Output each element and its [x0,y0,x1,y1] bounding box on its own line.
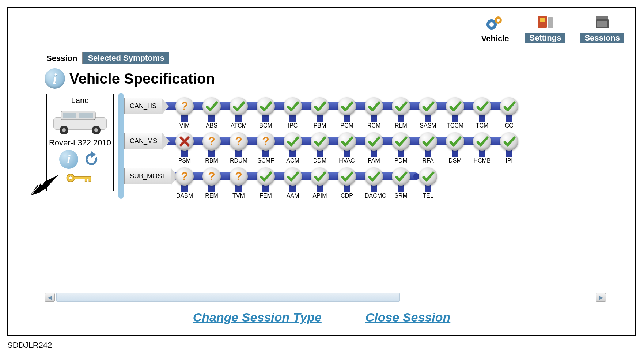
status-q-icon: ? [202,167,221,186]
module-label: RFA [419,157,437,164]
module-node-SRM[interactable]: SRM [392,167,410,199]
module-label: PBM [311,122,329,129]
status-q-icon: ? [175,97,194,115]
svg-text:?: ? [208,170,215,183]
module-label: RLM [392,122,410,129]
toolbar-vehicle[interactable]: Vehicle [480,13,511,43]
toolbar-label: Sessions [580,33,624,43]
status-ok-icon [311,132,329,151]
svg-rect-5 [540,18,545,22]
status-ok-icon [446,132,464,151]
module-node-IPI[interactable]: IPI [500,132,518,164]
svg-rect-6 [548,17,553,28]
horizontal-scrollbar[interactable]: ◀ ▶ [45,292,606,303]
module-node-RBM[interactable]: ?RBM [202,132,221,164]
module-node-IPC[interactable]: IPC [284,97,302,129]
module-label: CDP [338,193,356,199]
scroll-track[interactable] [56,293,400,302]
status-q-icon: ? [257,132,275,151]
module-node-PBM[interactable]: PBM [311,97,329,129]
svg-rect-9 [596,16,608,19]
change-session-link[interactable]: Change Session Type [193,310,322,324]
module-node-AAM[interactable]: AAM [284,167,302,199]
toolbar-settings[interactable]: Settings [525,12,566,43]
module-node-ATCM[interactable]: ATCM [230,97,248,129]
status-ok-icon [473,132,491,151]
status-q-icon: ? [230,132,248,151]
bus-row-CAN_HS: CAN_HS?VIMABSATCMBCMIPCPBMPCMRCMRLMSASMT… [124,95,628,130]
tab-selected-symptoms[interactable]: Selected Symptoms [83,52,169,64]
module-node-RLM[interactable]: RLM [392,97,410,129]
module-node-BCM[interactable]: BCM [257,97,275,129]
bus-label[interactable]: CAN_HS [124,98,162,114]
bus-root-bar [118,93,124,199]
module-node-RFA[interactable]: RFA [419,132,437,164]
module-node-TVM[interactable]: ?TVM [230,167,248,199]
status-ok-icon [419,132,437,151]
close-session-link[interactable]: Close Session [365,310,450,324]
module-label: ATCM [230,122,248,129]
module-node-HVAC[interactable]: HVAC [338,132,356,164]
svg-rect-8 [597,21,607,27]
module-node-PCM[interactable]: PCM [338,97,356,129]
module-label: HCMB [473,157,491,164]
status-ok-icon [202,97,221,115]
bus-label[interactable]: SUB_MOST [124,168,171,184]
module-label: FEM [257,193,275,199]
module-label: PAM [365,157,383,164]
module-label: RCM [365,122,383,129]
svg-point-19 [69,176,72,180]
pointer-arrow-icon [30,174,59,196]
module-node-DDM[interactable]: DDM [311,132,329,164]
module-node-SCMF[interactable]: ?SCMF [257,132,275,164]
module-node-ABS[interactable]: ABS [202,97,221,129]
refresh-button[interactable] [82,150,101,169]
module-node-ACM[interactable]: ACM [284,132,302,164]
vehicle-name-bottom: Rover-L322 2010 [48,138,112,148]
status-ok-icon [311,167,329,186]
module-node-TCCM[interactable]: TCCM [446,97,464,129]
svg-text:?: ? [262,135,269,148]
module-node-CC[interactable]: CC [500,97,518,129]
svg-text:?: ? [235,135,242,148]
bus-label[interactable]: CAN_MS [124,133,163,149]
module-node-VIM[interactable]: ?VIM [175,97,194,129]
module-node-DSM[interactable]: DSM [446,132,464,164]
module-node-CDP[interactable]: CDP [338,167,356,199]
status-ok-icon [230,97,248,115]
module-node-TEL[interactable]: TEL [419,167,437,199]
status-ok-icon [392,167,410,186]
status-ok-icon [284,132,302,151]
status-ok-icon [365,97,383,115]
status-ok-icon [257,97,275,115]
module-node-RCM[interactable]: RCM [365,97,383,129]
module-node-DABM[interactable]: ?DABM [175,167,194,199]
module-node-PDM[interactable]: PDM [392,132,410,164]
svg-point-17 [94,128,98,132]
module-node-HCMB[interactable]: HCMB [473,132,491,164]
app-window: VehicleSettingsSessions SessionSelected … [7,7,636,336]
scroll-right-button[interactable]: ▶ [596,293,606,302]
module-label: PSM [175,157,194,164]
tab-session[interactable]: Session [41,52,83,64]
module-node-TCM[interactable]: TCM [473,97,491,129]
svg-rect-12 [63,113,76,118]
module-node-PSM[interactable]: PSM [175,132,194,164]
module-label: REM [202,193,221,199]
status-ok-icon [365,167,383,186]
module-node-SASM[interactable]: SASM [419,97,437,129]
page-title-row: i Vehicle Specification [45,68,215,89]
scroll-left-button[interactable]: ◀ [45,293,55,302]
module-node-REM[interactable]: ?REM [202,167,221,199]
module-node-RDUM[interactable]: ?RDUM [230,132,248,164]
status-ok-icon [365,132,383,151]
module-node-PAM[interactable]: PAM [365,132,383,164]
module-node-APIM[interactable]: APIM [311,167,329,199]
bus-diagram: CAN_HS?VIMABSATCMBCMIPCPBMPCMRCMRLMSASMT… [124,95,628,200]
toolbar-sessions[interactable]: Sessions [580,12,624,43]
module-node-DACMC[interactable]: DACMC [365,167,383,199]
module-node-FEM[interactable]: FEM [257,167,275,199]
vehicle-info-button[interactable]: i [59,150,78,169]
status-ok-icon [500,97,518,115]
top-toolbar: VehicleSettingsSessions [480,12,624,43]
